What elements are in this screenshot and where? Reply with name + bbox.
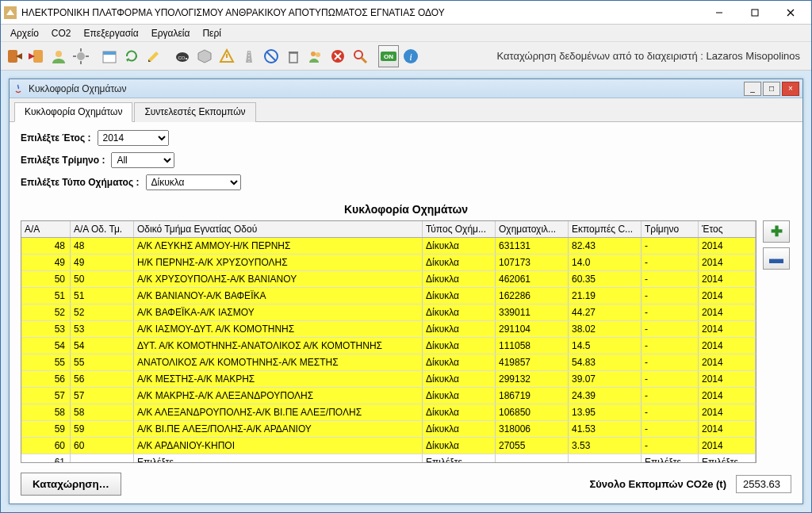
cell[interactable]: Δίκυκλα — [423, 304, 496, 320]
submit-button[interactable]: Καταχώρηση… — [21, 473, 121, 496]
table-row[interactable]: 5454ΔΥΤ. Α/Κ ΚΟΜΟΤΗΝΗΣ-ΑΝΑΤΟΛΙΚΟΣ Α/Κ ΚΟ… — [21, 338, 756, 354]
cell[interactable]: Α/Κ ΒΑΝΙΑΝΟΥ-Α/Κ ΒΑΦΕΪΚΑ — [134, 288, 423, 304]
table-row[interactable]: 5959Α/Κ ΒΙ.ΠΕ ΑΛΕΞ/ΠΟΛΗΣ-Α/Κ ΑΡΔΑΝΙΟΥΔίκ… — [21, 421, 756, 438]
cell[interactable]: - — [642, 438, 699, 454]
cell[interactable]: - — [642, 238, 699, 254]
cell[interactable]: 2014 — [699, 338, 756, 354]
menu-file[interactable]: Αρχείο — [4, 26, 45, 40]
cell[interactable]: 50 — [21, 271, 71, 287]
cell[interactable]: 52 — [21, 304, 71, 320]
col-road[interactable]: Οδικό Τμήμα Εγνατίας Οδού — [134, 221, 423, 237]
cell[interactable]: Α/Κ ΒΑΦΕΪΚΑ-Α/Κ ΙΑΣΜΟΥ — [134, 304, 423, 320]
cell[interactable]: 111058 — [496, 338, 569, 354]
table-row[interactable]: 6060Α/Κ ΑΡΔΑΝΙΟΥ-ΚΗΠΟΙΔίκυκλα270553.53-2… — [21, 438, 756, 454]
cell[interactable]: 631131 — [496, 238, 569, 254]
col-odtm[interactable]: Α/Α Οδ. Τμ. — [71, 221, 134, 237]
inner-close-button[interactable]: × — [782, 82, 799, 96]
cell[interactable]: Δίκυκλα — [423, 371, 496, 387]
cell[interactable]: 59 — [21, 421, 71, 437]
col-type[interactable]: Τύπος Οχήμ... — [423, 221, 496, 237]
cell[interactable]: 24.39 — [569, 388, 642, 404]
cell[interactable]: 56 — [21, 371, 71, 387]
cell[interactable]: 291104 — [496, 321, 569, 337]
cell[interactable]: Δίκυκλα — [423, 438, 496, 454]
col-aa[interactable]: A/A — [21, 221, 71, 237]
cell[interactable]: - — [642, 271, 699, 287]
cell[interactable]: 14.5 — [569, 338, 642, 354]
cell[interactable]: Δίκυκλα — [423, 271, 496, 287]
cell[interactable]: 2014 — [699, 404, 756, 420]
col-year[interactable]: Έτος — [699, 221, 756, 237]
table-row[interactable]: 5252Α/Κ ΒΑΦΕΪΚΑ-Α/Κ ΙΑΣΜΟΥΔίκυκλα3390114… — [21, 304, 756, 321]
cell[interactable]: - — [642, 255, 699, 270]
table-row[interactable]: 5353Α/Κ ΙΑΣΜΟΥ-ΔΥΤ. Α/Κ ΚΟΜΟΤΗΝΗΣΔίκυκλα… — [21, 321, 756, 338]
cell[interactable]: 61 — [21, 454, 71, 462]
warning-icon[interactable] — [216, 45, 237, 67]
cell[interactable] — [71, 454, 134, 462]
cell[interactable]: 299132 — [496, 371, 569, 387]
cell[interactable]: 54 — [21, 338, 71, 354]
cancel-icon[interactable] — [327, 45, 348, 67]
cell[interactable]: Α/Κ ΛΕΥΚΗΣ ΑΜΜΟΥ-Η/Κ ΠΕΡΝΗΣ — [134, 238, 423, 254]
cell[interactable]: 162286 — [496, 288, 569, 304]
menu-co2[interactable]: CO2 — [45, 26, 78, 40]
cell[interactable]: 51 — [71, 288, 134, 304]
cell[interactable]: 2014 — [699, 354, 756, 370]
cell[interactable]: 53 — [21, 321, 71, 337]
cell[interactable]: Δίκυκλα — [423, 338, 496, 354]
cell[interactable]: 419857 — [496, 354, 569, 370]
cell[interactable]: 56 — [71, 371, 134, 387]
table-row[interactable]: 5555ΑΝΑΤΟΛΙΚΟΣ Α/Κ ΚΟΜΟΤΗΝΗΣ-Α/Κ ΜΕΣΤΗΣΔ… — [21, 354, 756, 371]
table-body[interactable]: 4848Α/Κ ΛΕΥΚΗΣ ΑΜΜΟΥ-Η/Κ ΠΕΡΝΗΣΔίκυκλα63… — [21, 238, 756, 462]
cell[interactable]: - — [642, 321, 699, 337]
cell[interactable]: Α/Κ ΒΙ.ΠΕ ΑΛΕΞ/ΠΟΛΗΣ-Α/Κ ΑΡΔΑΝΙΟΥ — [134, 421, 423, 437]
cell[interactable]: ΔΥΤ. Α/Κ ΚΟΜΟΤΗΝΗΣ-ΑΝΑΤΟΛΙΚΟΣ Α/Κ ΚΟΜΟΤΗ… — [134, 338, 423, 354]
cell[interactable]: - — [642, 338, 699, 354]
import-icon[interactable] — [26, 45, 47, 67]
cell[interactable]: 27055 — [496, 438, 569, 454]
cell[interactable] — [569, 454, 642, 462]
cell[interactable]: Δίκυκλα — [423, 321, 496, 337]
calendar-icon[interactable] — [99, 45, 120, 67]
table-row[interactable]: 4848Α/Κ ΛΕΥΚΗΣ ΑΜΜΟΥ-Η/Κ ΠΕΡΝΗΣΔίκυκλα63… — [21, 238, 756, 255]
cell[interactable]: Δίκυκλα — [423, 404, 496, 420]
cell[interactable]: 54 — [71, 338, 134, 354]
cell[interactable]: 339011 — [496, 304, 569, 320]
cell[interactable]: 2014 — [699, 371, 756, 387]
cell[interactable]: 49 — [21, 255, 71, 270]
cell[interactable]: - — [642, 388, 699, 404]
minimize-button[interactable] — [701, 2, 737, 24]
table-row[interactable]: 5151Α/Κ ΒΑΝΙΑΝΟΥ-Α/Κ ΒΑΦΕΪΚΑΔίκυκλα16228… — [21, 288, 756, 304]
cell[interactable]: 2014 — [699, 238, 756, 254]
cell[interactable]: Α/Κ ΑΛΕΞΑΝΔΡΟΥΠΟΛΗΣ-Α/Κ ΒΙ.ΠΕ ΑΛΕΞ/ΠΟΛΗΣ — [134, 404, 423, 420]
exit-icon[interactable] — [4, 45, 25, 67]
cell[interactable]: 58 — [71, 404, 134, 420]
cell[interactable]: 462061 — [496, 271, 569, 287]
cell[interactable]: 51 — [21, 288, 71, 304]
cube-icon[interactable] — [194, 45, 215, 67]
cell[interactable]: Η/Κ ΠΕΡΝΗΣ-Α/Κ ΧΡΥΣΟΥΠΟΛΗΣ — [134, 255, 423, 270]
cell[interactable]: 60 — [71, 438, 134, 454]
cell[interactable]: 38.02 — [569, 321, 642, 337]
cell[interactable]: 2014 — [699, 288, 756, 304]
inner-minimize-button[interactable]: _ — [744, 82, 761, 96]
cell[interactable]: Δίκυκλα — [423, 421, 496, 437]
menu-edit[interactable]: Επεξεργασία — [78, 26, 145, 40]
cell[interactable]: 318006 — [496, 421, 569, 437]
cell[interactable]: Α/Κ ΜΑΚΡΗΣ-Α/Κ ΑΛΕΞΑΝΔΡΟΥΠΟΛΗΣ — [134, 388, 423, 404]
cell[interactable]: 58 — [21, 404, 71, 420]
cell[interactable]: 55 — [21, 354, 71, 370]
menu-about[interactable]: Περί — [196, 26, 228, 40]
cell[interactable]: 60 — [21, 438, 71, 454]
col-emis[interactable]: Εκπομπές C... — [569, 221, 642, 237]
gear-icon[interactable] — [71, 45, 91, 67]
cell[interactable]: 2014 — [699, 438, 756, 454]
cell[interactable]: 44.27 — [569, 304, 642, 320]
cell[interactable]: Επιλέξτε... — [423, 454, 496, 462]
cell[interactable]: Δίκυκλα — [423, 354, 496, 370]
cell[interactable]: 106850 — [496, 404, 569, 420]
table-row[interactable]: 4949Η/Κ ΠΕΡΝΗΣ-Α/Κ ΧΡΥΣΟΥΠΟΛΗΣΔίκυκλα107… — [21, 255, 756, 271]
remove-row-button[interactable]: ▬ — [763, 247, 790, 270]
cell[interactable]: 48 — [21, 238, 71, 254]
cell[interactable]: ΑΝΑΤΟΛΙΚΟΣ Α/Κ ΚΟΜΟΤΗΝΗΣ-Α/Κ ΜΕΣΤΗΣ — [134, 354, 423, 370]
